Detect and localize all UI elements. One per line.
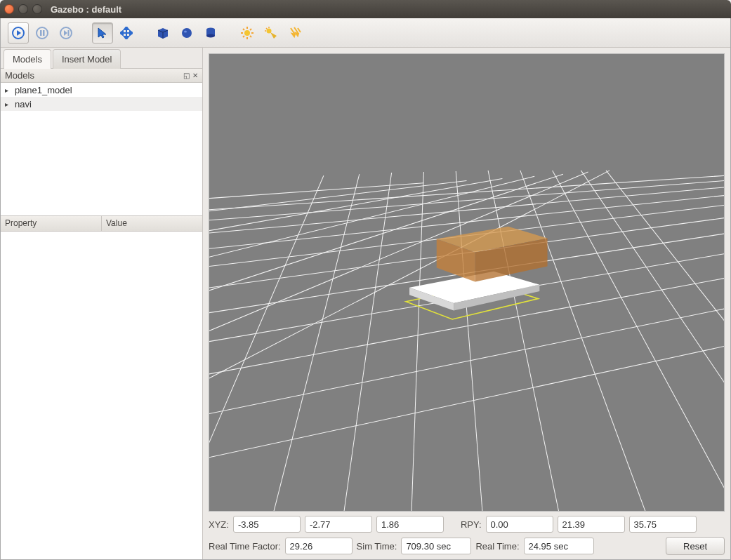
tab-insert-model[interactable]: Insert Model [53,49,121,69]
rpy-label: RPY: [461,519,482,530]
step-button[interactable] [55,22,77,44]
simtime-label: Sim Time: [357,541,397,552]
viewport-wrap [209,53,725,512]
box-primitive-button[interactable] [152,22,173,44]
tab-models[interactable]: Models [4,49,51,69]
models-panel-title: Models [5,70,34,81]
svg-rect-3 [40,30,42,36]
models-tree[interactable]: ▸ plane1_model ▸ navi [1,83,202,216]
svg-line-25 [243,29,244,30]
rpy-p-input[interactable] [558,516,625,533]
realtime-label: Real Time: [475,541,519,552]
directional-light-button[interactable] [284,22,305,44]
disclosure-icon[interactable]: ▸ [5,100,12,108]
window-title: Gazebo : default [51,4,121,15]
move-tool[interactable] [116,22,137,44]
close-panel-icon[interactable]: ✕ [192,72,198,79]
left-tabs: Models Insert Model [1,48,202,69]
gazebo-window: Models Insert Model Models ◱ ✕ ▸ plane1_… [0,18,731,560]
select-tool[interactable] [92,22,113,44]
svg-line-26 [250,36,251,37]
svg-marker-11 [124,27,129,29]
right-pane: XYZ: RPY: Real Time Factor: Sim Time: Re… [203,48,730,559]
tree-row[interactable]: ▸ navi [1,97,202,111]
undock-icon[interactable]: ◱ [183,72,190,79]
svg-point-20 [244,30,250,36]
xyz-x-input[interactable] [233,516,301,533]
svg-marker-14 [130,31,133,35]
model-name: navi [15,99,32,109]
rpy-r-input[interactable] [486,516,553,533]
svg-marker-1 [17,30,21,36]
left-pane: Models Insert Model Models ◱ ✕ ▸ plane1_… [1,48,203,559]
svg-line-35 [298,28,301,32]
pause-button[interactable] [32,22,53,44]
minimize-icon[interactable] [18,4,28,14]
svg-point-16 [184,30,187,32]
realtime-input[interactable] [524,538,594,554]
property-header: Property Value [1,216,202,232]
svg-line-28 [243,36,244,37]
xyz-label: XYZ: [209,519,229,530]
svg-marker-12 [124,36,129,39]
play-button[interactable] [8,22,29,44]
point-light-button[interactable] [237,22,258,44]
close-icon[interactable] [4,4,14,14]
rtf-input[interactable] [285,538,353,554]
sphere-primitive-button[interactable] [176,22,197,44]
xyz-z-input[interactable] [376,516,444,533]
spot-light-button[interactable] [261,22,282,44]
svg-marker-36 [292,34,295,36]
svg-rect-7 [68,30,70,36]
reset-button[interactable]: Reset [666,537,725,555]
value-column-header[interactable]: Value [102,216,202,231]
property-column-header[interactable]: Property [1,216,102,231]
main-area: Models Insert Model Models ◱ ✕ ▸ plane1_… [1,48,730,559]
svg-line-27 [250,29,251,30]
models-panel: Models ◱ ✕ ▸ plane1_model ▸ navi [1,69,202,216]
disclosure-icon[interactable]: ▸ [5,86,12,94]
property-body[interactable] [1,232,202,559]
simtime-input[interactable] [401,538,471,554]
cylinder-primitive-button[interactable] [200,22,221,44]
camera-pose-row: XYZ: RPY: [209,512,725,533]
rtf-label: Real Time Factor: [209,541,281,552]
svg-point-19 [206,34,215,37]
model-name: plane1_model [15,85,72,95]
svg-rect-4 [43,30,45,36]
viewport[interactable] [209,53,725,512]
tree-row[interactable]: ▸ plane1_model [1,83,202,97]
models-panel-header: Models ◱ ✕ [1,69,202,83]
svg-marker-37 [296,33,298,36]
svg-marker-8 [98,28,106,38]
maximize-icon[interactable] [32,4,42,14]
time-status-row: Real Time Factor: Sim Time: Real Time: R… [209,533,725,555]
titlebar: Gazebo : default [0,0,731,18]
svg-marker-13 [120,31,123,35]
toolbar [1,18,730,48]
xyz-y-input[interactable] [305,516,372,533]
rpy-y-input[interactable] [629,516,697,533]
svg-line-32 [266,28,268,29]
svg-point-15 [182,28,192,38]
svg-point-2 [37,27,48,39]
svg-marker-6 [64,30,67,36]
